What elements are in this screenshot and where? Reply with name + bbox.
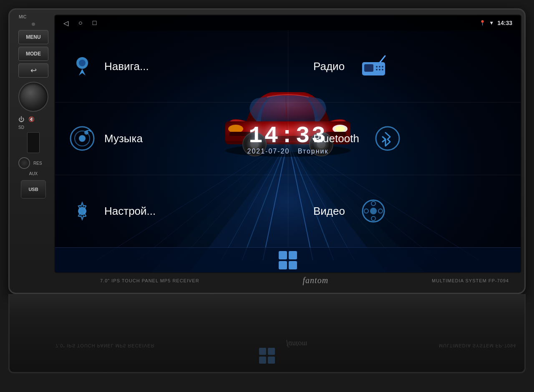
bottom-bar: [55, 247, 521, 272]
mode-button[interactable]: MODE: [18, 47, 48, 61]
device-specs-left: 7.0" IPS TOUCH PANEL MP5 RECEIVER: [100, 278, 199, 283]
svg-point-42: [382, 69, 383, 70]
left-panel: MIC MENU MODE ↩ ⏻ 🔇 SD RES AUX USB: [15, 15, 52, 281]
status-time: 14:33: [497, 20, 512, 26]
grid-cell-4: [289, 261, 297, 269]
power-row: ⏻ 🔇: [18, 116, 48, 123]
sd-slot[interactable]: [27, 132, 40, 153]
svg-point-52: [371, 216, 375, 221]
video-icon-wrap: [359, 196, 388, 226]
svg-point-40: [376, 69, 378, 70]
mic-dot: [32, 23, 35, 26]
location-status-icon: 📍: [479, 20, 486, 26]
navigation-button[interactable]: Навига...: [55, 30, 288, 102]
reflection-grid-cell-3: [259, 357, 266, 364]
status-right: 📍 ▼ 14:33: [479, 20, 512, 26]
nav-icons: ◁ ○ □: [63, 19, 96, 27]
volume-knob[interactable]: [18, 82, 48, 112]
svg-point-45: [79, 135, 86, 142]
back-button[interactable]: ↩: [18, 63, 48, 78]
reflection-text-left: 7.0" IPS TOUCH PANEL MP5 RECEIVER: [55, 343, 155, 348]
mute-icon[interactable]: 🔇: [28, 116, 35, 122]
bluetooth-label: Bluetooth: [313, 132, 359, 145]
device-specs-right: MULTIMEDIA SYSTEM FP-7094: [432, 278, 509, 283]
status-bar: ◁ ○ □ 📍 ▼ 14:33: [55, 15, 521, 30]
radio-button[interactable]: Радио: [288, 30, 521, 102]
reflection-inner: 7.0" IPS TOUCH PANEL MP5 RECEIVER fantom…: [10, 294, 524, 352]
reflection-grid-cell-2: [268, 348, 275, 355]
settings-label: Настрой...: [104, 205, 156, 218]
radio-label: Радио: [313, 60, 345, 73]
grid-cell-3: [279, 261, 287, 269]
svg-point-38: [379, 66, 380, 68]
recent-nav-icon[interactable]: □: [93, 19, 97, 27]
grid-cell-2: [289, 251, 297, 259]
aux-label: AUX: [29, 171, 38, 176]
video-button[interactable]: Видео: [288, 175, 521, 247]
svg-point-54: [378, 209, 383, 213]
reflection-text-right: MULTIMEDIA SYSTEM FP-7094: [439, 343, 516, 348]
reflection-brand: fantom: [286, 339, 307, 348]
svg-rect-35: [364, 64, 373, 72]
menu-area: Навига... 14:33 2021-07-20 Вторник: [55, 30, 521, 247]
bluetooth-icon-wrap: [373, 124, 403, 153]
reflection-grid: [259, 348, 275, 364]
power-icon[interactable]: ⏻: [18, 116, 24, 123]
svg-point-41: [379, 69, 380, 70]
sd-label: SD: [18, 125, 48, 130]
menu-row-3: Настрой... Видео: [55, 175, 521, 247]
home-nav-icon[interactable]: ○: [78, 19, 83, 27]
menu-row-2: Музыка Bluetooth: [55, 103, 521, 175]
svg-point-50: [370, 208, 377, 214]
music-button[interactable]: Музыка: [55, 103, 288, 174]
grid-cell-1: [279, 251, 287, 259]
bluetooth-button[interactable]: Bluetooth: [288, 103, 521, 174]
menu-button[interactable]: MENU: [18, 30, 48, 44]
aux-res-row: RES: [18, 157, 48, 169]
reflection: 7.0" IPS TOUCH PANEL MP5 RECEIVER fantom…: [8, 294, 526, 373]
mic-label: MIC: [15, 15, 52, 19]
reflection-grid-cell-4: [268, 357, 275, 364]
svg-point-46: [84, 131, 88, 135]
usb-button[interactable]: USB: [21, 180, 46, 199]
music-label: Музыка: [104, 132, 143, 145]
res-button[interactable]: RES: [33, 161, 42, 166]
menu-row-1: Навига... 14:33 2021-07-20 Вторник: [55, 30, 521, 103]
main-screen: ◁ ○ □ 📍 ▼ 14:33: [54, 15, 521, 273]
svg-point-37: [376, 66, 378, 68]
back-nav-icon[interactable]: ◁: [63, 19, 68, 27]
settings-icon-wrap: [68, 196, 97, 226]
video-label: Видео: [313, 205, 345, 218]
svg-point-33: [79, 60, 86, 66]
brand-name: fantom: [303, 276, 329, 285]
reflection-grid-cell-1: [259, 348, 266, 355]
svg-point-39: [382, 66, 383, 68]
radio-icon-wrap: [359, 52, 388, 81]
wifi-status-icon: ▼: [489, 20, 494, 26]
device-bottom-bar: 7.0" IPS TOUCH PANEL MP5 RECEIVER fantom…: [54, 273, 517, 285]
settings-button[interactable]: Настрой...: [55, 175, 288, 247]
screen-wrapper: ◁ ○ □ 📍 ▼ 14:33: [54, 15, 517, 285]
svg-line-36: [380, 56, 385, 62]
svg-point-53: [364, 209, 368, 213]
aux-port[interactable]: [18, 157, 30, 169]
music-icon-wrap: [68, 124, 97, 153]
navigation-icon-wrap: [68, 52, 97, 81]
apps-grid-button[interactable]: [279, 251, 297, 269]
navigation-label: Навига...: [104, 60, 149, 73]
svg-point-51: [371, 201, 375, 206]
